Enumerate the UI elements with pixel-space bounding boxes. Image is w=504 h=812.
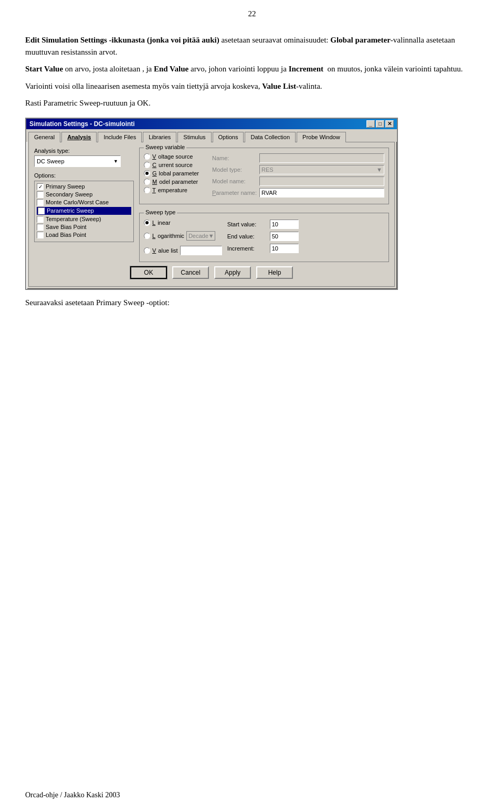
checkbox-primary-sweep[interactable]: Primary Sweep — [37, 183, 131, 190]
dialog-body: Analysis type: DC Sweep ▼ Options: Prima… — [28, 142, 395, 287]
radio-model-parameter-label: M — [152, 179, 157, 185]
tab-stimulus[interactable]: Stimulus — [177, 132, 211, 142]
sweep-type-title: Sweep type — [144, 209, 177, 215]
radio-voltage-source[interactable]: Voltage source — [144, 153, 207, 160]
model-type-row: Model type: RES ▼ — [212, 165, 384, 174]
checkbox-save-bias-box[interactable] — [37, 224, 44, 231]
radio-global-parameter-label2: lobal parameter — [159, 170, 199, 176]
checkbox-monte-carlo[interactable]: Monte Carlo/Worst Case — [37, 199, 131, 206]
sweep-variable-group: Sweep variable Voltage source — [139, 148, 389, 204]
radio-logarithmic[interactable]: Logarithmic Decade ▼ — [144, 231, 222, 241]
checkbox-secondary-sweep-box[interactable] — [37, 191, 44, 198]
dialog-title: Simulation Settings - DC-simulointi — [29, 120, 135, 128]
checkbox-secondary-sweep[interactable]: Secondary Sweep — [37, 191, 131, 198]
tab-probe-window[interactable]: Probe Window — [297, 132, 346, 142]
checkbox-save-bias-label: Save Bias Point — [46, 224, 87, 230]
checkbox-load-bias-label: Load Bias Point — [46, 232, 86, 238]
radio-logarithmic-label2: ogarithmic — [158, 233, 184, 239]
sweep-type-fields: Start value: End value: Increment: — [227, 220, 384, 257]
tab-include-files[interactable]: Include Files — [98, 132, 142, 142]
options-checkboxes-group: Primary Sweep Secondary Sweep Monte Carl… — [34, 181, 134, 242]
simulation-settings-dialog: Simulation Settings - DC-simulointi _ □ … — [25, 118, 398, 290]
radio-linear-label2: inear — [158, 220, 170, 226]
end-value-input[interactable] — [270, 232, 299, 241]
radio-value-list-label: V — [152, 247, 156, 254]
sweep-variable-fields: Name: Model type: RES ▼ — [212, 153, 384, 200]
checkbox-parametric-sweep[interactable]: Parametric Sweep — [37, 207, 131, 215]
ok-button[interactable]: OK — [130, 266, 167, 279]
page-number: 22 — [0, 0, 504, 18]
radio-current-source-btn[interactable] — [144, 162, 150, 168]
decade-arrow-icon: ▼ — [208, 233, 214, 239]
checkbox-load-bias[interactable]: Load Bias Point — [37, 232, 131, 238]
dialog-titlebar: Simulation Settings - DC-simulointi _ □ … — [26, 119, 397, 129]
radio-temperature[interactable]: Temperature — [144, 187, 207, 193]
radio-value-list[interactable]: Value list — [144, 246, 222, 255]
radio-global-parameter[interactable]: Global parameter — [144, 170, 207, 176]
checkbox-save-bias[interactable]: Save Bias Point — [37, 224, 131, 231]
select-arrow-icon: ▼ — [113, 159, 118, 164]
radio-model-parameter[interactable]: Model parameter — [144, 179, 207, 185]
radio-current-source-label: C — [152, 162, 156, 168]
model-name-input[interactable] — [259, 176, 384, 186]
checkbox-primary-sweep-box[interactable] — [37, 183, 44, 190]
options-label: Options: — [34, 172, 134, 179]
radio-logarithmic-btn[interactable] — [144, 233, 150, 239]
decade-select[interactable]: Decade ▼ — [186, 231, 215, 241]
radio-temperature-label: T — [152, 187, 156, 193]
sweep-variable-title: Sweep variable — [144, 144, 186, 150]
maximize-button[interactable]: □ — [376, 120, 384, 128]
param-name-input[interactable] — [259, 188, 384, 197]
radio-linear-btn[interactable] — [144, 220, 150, 226]
increment-row: Increment: — [227, 244, 384, 253]
checkbox-monte-carlo-box[interactable] — [37, 199, 44, 206]
decade-value: Decade — [188, 233, 208, 239]
radio-temperature-btn[interactable] — [144, 187, 150, 193]
checkbox-primary-sweep-label: Primary Sweep — [46, 183, 85, 190]
main-content-row: Analysis type: DC Sweep ▼ Options: Prima… — [34, 148, 389, 262]
cancel-button[interactable]: Cancel — [172, 266, 209, 279]
sweep-type-group: Sweep type Linear Logarithmic — [139, 213, 389, 262]
tab-libraries[interactable]: Libraries — [143, 132, 176, 142]
checkbox-temperature-sweep-box[interactable] — [37, 216, 44, 223]
sweep-type-radios: Linear Logarithmic Decade ▼ — [144, 220, 222, 257]
tab-data-collection[interactable]: Data Collection — [245, 132, 296, 142]
close-button[interactable]: ✕ — [385, 120, 394, 128]
increment-input[interactable] — [270, 244, 299, 253]
checkbox-temperature-sweep[interactable]: Temperature (Sweep) — [37, 216, 131, 223]
analysis-type-select[interactable]: DC Sweep ▼ — [34, 155, 121, 167]
tab-general[interactable]: General — [28, 132, 60, 142]
name-field-row: Name: — [212, 153, 384, 163]
tab-options[interactable]: Options — [213, 132, 244, 142]
right-panel: Sweep variable Voltage source — [139, 148, 389, 262]
radio-current-source[interactable]: Current source — [144, 162, 207, 168]
checkbox-monte-carlo-label: Monte Carlo/Worst Case — [46, 199, 109, 205]
radio-value-list-btn[interactable] — [144, 247, 150, 254]
tab-analysis[interactable]: Analysis — [61, 132, 97, 142]
page-footer: Orcad-ohje / Jaakko Kaski 2003 — [25, 791, 120, 799]
model-type-value: RES — [261, 166, 274, 173]
name-input[interactable] — [259, 153, 384, 163]
radio-model-parameter-btn[interactable] — [144, 179, 150, 185]
apply-button[interactable]: Apply — [214, 266, 251, 279]
checkbox-parametric-sweep-label: Parametric Sweep — [47, 207, 94, 214]
radio-voltage-source-btn[interactable] — [144, 153, 150, 160]
paragraph-4: Rasti Parametric Sweep-ruutuun ja OK. — [25, 97, 479, 109]
value-list-input[interactable] — [180, 246, 222, 255]
checkbox-load-bias-box[interactable] — [37, 232, 44, 238]
name-label: Name: — [212, 155, 259, 161]
model-type-arrow-icon: ▼ — [376, 166, 382, 173]
radio-linear[interactable]: Linear — [144, 220, 222, 226]
help-button[interactable]: Help — [256, 266, 293, 279]
radio-voltage-source-label2: oltage source — [158, 153, 193, 160]
radio-global-parameter-btn[interactable] — [144, 170, 150, 176]
model-type-select[interactable]: RES ▼ — [259, 165, 384, 174]
start-value-row: Start value: — [227, 220, 384, 229]
radio-global-parameter-label: G — [152, 170, 157, 176]
minimize-button[interactable]: _ — [366, 120, 375, 128]
checkbox-parametric-sweep-box[interactable] — [38, 207, 45, 214]
end-value-label: End value: — [227, 233, 267, 240]
radio-linear-label: L — [152, 220, 155, 226]
paragraph-1: Edit Simulation Settings -ikkunasta (jon… — [25, 34, 479, 58]
start-value-input[interactable] — [270, 220, 299, 229]
